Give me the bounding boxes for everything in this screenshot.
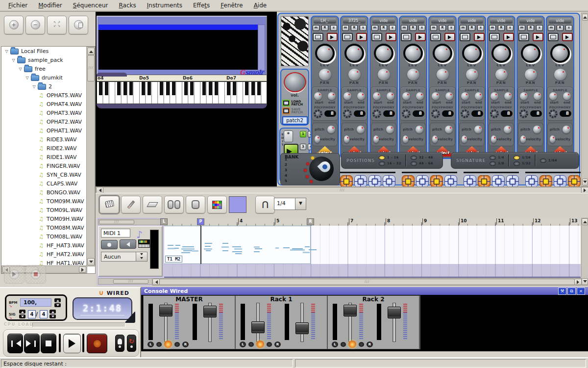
step-button[interactable] (492, 175, 505, 187)
record-button[interactable]: R (321, 25, 328, 31)
color-swatch[interactable] (229, 196, 246, 213)
playhead[interactable] (200, 226, 201, 264)
pitch-knob[interactable] (416, 126, 423, 133)
channel-name-display[interactable]: vide (431, 18, 454, 24)
fader-handle[interactable] (343, 305, 357, 316)
step-button[interactable] (368, 175, 381, 187)
tree-file[interactable]: OPHAT5.WAV (1, 91, 86, 100)
level-knob[interactable] (374, 44, 393, 63)
step-button[interactable] (430, 175, 443, 187)
tree-folder[interactable]: 2 (1, 82, 86, 91)
gain-knob[interactable] (164, 341, 172, 348)
expand-button[interactable]: ↖ ↗ ↙ ↘ (47, 16, 67, 34)
signature-option[interactable]: 1/64 (540, 158, 557, 163)
tree-file[interactable]: TOM08L.WAV (1, 232, 86, 241)
step-button[interactable] (568, 175, 581, 187)
lower-track-lane[interactable] (164, 264, 581, 278)
polyphony-knob[interactable] (372, 109, 381, 118)
duplicate-tool-button[interactable] (164, 196, 184, 213)
double-chevron-icon[interactable] (136, 252, 147, 262)
bpm-spinner[interactable] (54, 298, 61, 307)
velocity-knob[interactable] (432, 135, 438, 143)
signature-option[interactable]: 1/32 (514, 161, 531, 166)
pattern-number-button[interactable]: 3 (300, 144, 306, 150)
snap-toggle-button[interactable]: ⋂ (255, 196, 275, 213)
play-sample-button[interactable] (474, 33, 485, 41)
step-button[interactable] (402, 175, 415, 187)
level-knob[interactable] (433, 44, 452, 63)
fader-handle[interactable] (203, 306, 217, 317)
mute-button[interactable]: m (401, 25, 408, 31)
tree-folder[interactable]: Local Files (1, 47, 86, 55)
pitch-knob[interactable] (474, 126, 482, 133)
piano-keyboard[interactable] (97, 81, 267, 104)
step-button[interactable] (478, 175, 490, 187)
ruler-marker[interactable]: 13 (570, 218, 578, 225)
palette-tool-button[interactable] (207, 196, 227, 213)
track-monitor-button[interactable] (120, 239, 136, 249)
record-button[interactable]: R (527, 25, 534, 31)
tree-file[interactable]: SYN_CB.WAV (1, 170, 86, 179)
signature-option[interactable]: 1/4 (490, 156, 504, 160)
solo-button[interactable]: s (448, 25, 455, 31)
channel-name-display[interactable]: 3725_ (343, 18, 366, 24)
fader-handle[interactable] (159, 305, 172, 316)
timeline-hscrollbar[interactable] (152, 278, 582, 286)
solo-button[interactable]: s (389, 25, 396, 31)
velocity-knob[interactable] (462, 135, 467, 143)
solo-button[interactable]: s (536, 25, 543, 31)
tree-file[interactable]: RIDE1.WAV (1, 153, 86, 161)
signature-option[interactable]: 1/8 (490, 161, 504, 166)
pan-knob[interactable] (407, 69, 419, 80)
ruler-marker[interactable]: 10 (459, 218, 467, 225)
sample-start-knob[interactable] (520, 92, 528, 100)
velocity-knob[interactable] (315, 135, 320, 143)
record-button[interactable]: R (439, 25, 446, 31)
split-tool-button[interactable] (186, 196, 205, 213)
tree-file[interactable]: TOM09L.WAV (1, 206, 86, 214)
mute-button[interactable]: m (430, 25, 437, 31)
fader-handle[interactable] (295, 322, 309, 334)
play-sample-button[interactable] (503, 33, 514, 41)
play-sample-button[interactable] (327, 33, 338, 41)
ruler-marker[interactable]: P (197, 218, 204, 225)
pan-knob[interactable] (437, 69, 449, 80)
play-button[interactable] (63, 334, 81, 353)
expander-icon[interactable] (31, 84, 37, 89)
phase-button[interactable] (248, 342, 254, 347)
sample-start-knob[interactable] (549, 92, 557, 100)
level-knob[interactable] (521, 44, 540, 63)
step-button[interactable] (554, 175, 566, 187)
play-sample-button[interactable] (533, 33, 543, 41)
sample-end-knob[interactable] (504, 92, 512, 100)
polyphony-knob[interactable] (402, 109, 411, 118)
level-knob[interactable] (550, 44, 570, 63)
tree-file[interactable]: OPHAT1.WAV (1, 126, 86, 135)
pitch-knob[interactable] (445, 126, 453, 133)
left-channel-button[interactable]: L (240, 342, 246, 347)
sample-start-knob[interactable] (314, 92, 322, 100)
solo-button[interactable]: s (360, 25, 367, 31)
sample-start-knob[interactable] (402, 92, 410, 100)
tree-file[interactable]: FINGER.WAV (1, 161, 86, 170)
play-sample-button[interactable] (386, 33, 396, 41)
arrange-grid[interactable]: T1 M2 (164, 226, 581, 264)
pitch-knob[interactable] (357, 126, 365, 133)
load-sample-button[interactable] (401, 33, 412, 41)
header-hscrollbar[interactable] (98, 219, 164, 225)
sample-start-knob[interactable] (373, 92, 381, 100)
load-sample-button[interactable] (313, 33, 323, 41)
pan-knob[interactable] (495, 69, 508, 80)
menu-item[interactable]: Aide (248, 1, 272, 10)
sample-end-knob[interactable] (387, 92, 394, 100)
record-button[interactable]: R (380, 25, 387, 31)
phase-button[interactable] (174, 342, 180, 347)
zoom-out-button[interactable] (25, 16, 45, 34)
record-button[interactable]: R (468, 25, 475, 31)
ruler-marker[interactable]: 12 (533, 218, 541, 225)
pitch-knob[interactable] (563, 126, 570, 133)
hand-tool-button[interactable] (99, 196, 119, 213)
signature-option[interactable]: 1/16 (514, 156, 531, 160)
volume-knob[interactable] (284, 72, 306, 92)
sample-end-knob[interactable] (475, 92, 483, 100)
